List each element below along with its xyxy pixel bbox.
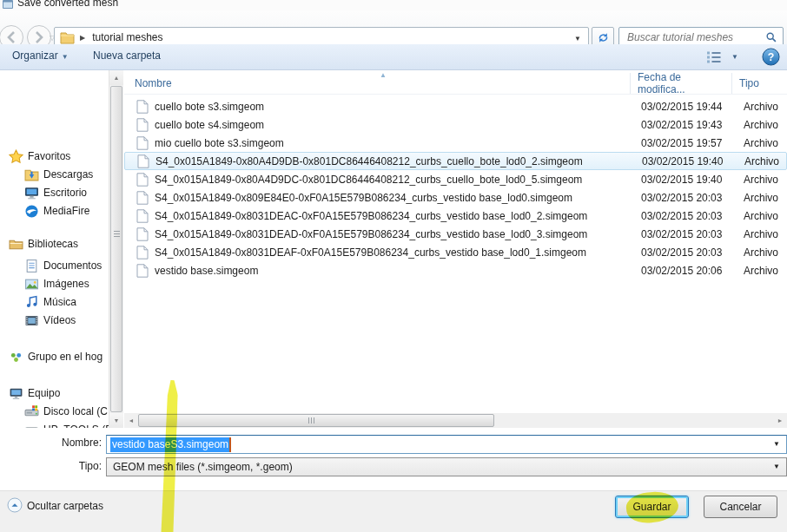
file-fields: Nombre: vestido baseS3.simgeom ▼ Tipo: G… bbox=[0, 428, 787, 490]
file-row[interactable]: S4_0x015A1849-0x8031DEAC-0xF0A15E579B086… bbox=[124, 207, 787, 225]
sidebar-group-equipo[interactable]: Equipo bbox=[9, 384, 117, 402]
file-icon bbox=[136, 227, 149, 241]
hard-drive-icon bbox=[24, 404, 39, 419]
window-title: Save converted mesh bbox=[17, 0, 118, 9]
sidebar-item-escritorio[interactable]: Escritorio bbox=[24, 184, 111, 201]
file-row-selected[interactable]: S4_0x015A1849-0x80A4D9DB-0x801DC86446408… bbox=[124, 152, 787, 170]
sidebar-group-bibliotecas[interactable]: Bibliotecas bbox=[9, 235, 117, 253]
title-bar: Save converted mesh bbox=[0, 0, 787, 10]
star-icon bbox=[9, 149, 23, 164]
search-icon[interactable] bbox=[765, 31, 777, 43]
filename-dropdown-icon[interactable]: ▼ bbox=[773, 440, 780, 448]
help-icon[interactable]: ? bbox=[762, 48, 780, 66]
scroll-down-icon[interactable]: ▼ bbox=[109, 413, 123, 428]
column-header-fecha[interactable]: Fecha de modifica... bbox=[631, 73, 732, 94]
sidebar-scrollbar-thumb[interactable] bbox=[110, 86, 122, 412]
save-button[interactable]: Guardar bbox=[615, 496, 689, 518]
filename-label: Nombre: bbox=[0, 437, 102, 449]
file-row[interactable]: cuello bote s3.simgeom03/02/2015 19:44Ar… bbox=[124, 97, 787, 115]
file-icon bbox=[136, 100, 149, 114]
filetype-value: GEOM mesh files (*.simgeom, *.geom) bbox=[113, 461, 293, 473]
filetype-label: Tipo: bbox=[0, 460, 102, 472]
file-icon bbox=[136, 173, 149, 187]
sidebar-item-videos[interactable]: Vídeos bbox=[24, 312, 111, 329]
homegroup-icon bbox=[9, 350, 23, 365]
file-icon bbox=[137, 154, 149, 168]
filename-input[interactable]: vestido baseS3.simgeom ▼ bbox=[106, 435, 787, 454]
address-dropdown-icon[interactable]: ▼ bbox=[574, 35, 581, 43]
file-icon bbox=[136, 136, 149, 150]
file-row[interactable]: cuello bote s4.simgeom03/02/2015 19:43Ar… bbox=[124, 115, 787, 134]
file-row[interactable]: S4_0x015A1849-0x8031DEAF-0xF0A15E579B086… bbox=[124, 243, 787, 261]
folder-icon bbox=[60, 31, 75, 44]
column-header-tipo[interactable]: Tipo bbox=[732, 73, 787, 94]
svg-text:?: ? bbox=[768, 51, 775, 63]
scrollbar-grip bbox=[114, 231, 120, 239]
mediafire-icon bbox=[24, 204, 39, 219]
column-headers: Nombre Fecha de modifica... Tipo bbox=[124, 73, 787, 95]
filetype-dropdown-icon[interactable]: ▼ bbox=[773, 463, 780, 470]
hide-folders-button[interactable]: Ocultar carpetas bbox=[27, 500, 103, 512]
scrollbar-grip bbox=[308, 417, 316, 424]
refresh-icon bbox=[597, 31, 610, 44]
save-dialog: Save converted mesh ▽ ▶ tutorial meshes … bbox=[0, 0, 787, 532]
sidebar-item-disco-local-c[interactable]: Disco local (C:) bbox=[24, 403, 111, 420]
pictures-icon bbox=[24, 277, 39, 292]
filetype-select[interactable]: GEOM mesh files (*.simgeom, *.geom) ▼ bbox=[106, 457, 787, 476]
file-icon bbox=[136, 264, 149, 278]
sidebar-group-favoritos[interactable]: Favoritos bbox=[9, 148, 117, 165]
file-row[interactable]: S4_0x015A1849-0x809E84E0-0xF0A15E579B086… bbox=[124, 188, 787, 207]
breadcrumb-arrow-icon[interactable]: ▶ bbox=[80, 34, 85, 42]
file-row[interactable]: mio cuello bote s3.simgeom03/02/2015 19:… bbox=[124, 134, 787, 152]
sidebar-item-descargas[interactable]: Descargas bbox=[24, 166, 111, 183]
file-list: cuello bote s3.simgeom03/02/2015 19:44Ar… bbox=[124, 97, 787, 279]
navigation-bar: ▽ ▶ tutorial meshes ▼ bbox=[0, 10, 787, 44]
document-icon bbox=[24, 259, 39, 273]
sidebar-item-documentos[interactable]: Documentos bbox=[24, 257, 111, 274]
scroll-up-icon[interactable]: ▲ bbox=[109, 70, 123, 85]
file-icon bbox=[136, 191, 149, 205]
computer-icon bbox=[9, 386, 23, 401]
file-icon bbox=[136, 118, 149, 132]
sort-ascending-icon: ▲ bbox=[380, 71, 387, 79]
window-icon bbox=[3, 0, 13, 9]
libraries-icon bbox=[9, 237, 23, 252]
scroll-right-icon[interactable]: ► bbox=[773, 413, 787, 428]
column-header-nombre[interactable]: Nombre bbox=[124, 73, 631, 94]
desktop-icon bbox=[24, 186, 39, 200]
sidebar-item-mediafire[interactable]: MediaFire bbox=[24, 202, 111, 220]
music-icon bbox=[24, 295, 39, 310]
breadcrumb-folder[interactable]: tutorial meshes bbox=[92, 31, 162, 43]
new-folder-button[interactable]: Nueva carpeta bbox=[93, 49, 161, 62]
sidebar-item-imagenes[interactable]: Imágenes bbox=[24, 275, 111, 292]
videos-icon bbox=[24, 313, 39, 328]
sidebar-item-musica[interactable]: Música bbox=[24, 293, 111, 311]
organize-button[interactable]: Organizar▼ bbox=[12, 49, 69, 62]
downloads-folder-icon bbox=[24, 167, 39, 182]
sidebar-group-grupo-hogar[interactable]: Grupo en el hog bbox=[9, 348, 117, 365]
search-input[interactable] bbox=[625, 30, 765, 44]
views-dropdown-icon[interactable]: ▼ bbox=[731, 53, 738, 61]
file-row[interactable]: S4_0x015A1849-0x80A4D9DC-0x801DC86446408… bbox=[124, 170, 787, 188]
file-row[interactable]: S4_0x015A1849-0x8031DEAD-0xF0A15E579B086… bbox=[124, 225, 787, 243]
scroll-left-icon[interactable]: ◄ bbox=[124, 413, 138, 428]
file-icon bbox=[136, 209, 149, 223]
cancel-button[interactable]: Cancelar bbox=[704, 496, 777, 518]
horizontal-scrollbar-thumb[interactable] bbox=[138, 414, 494, 427]
filename-value: vestido baseS3.simgeom bbox=[110, 437, 231, 452]
chevron-down-icon: ▼ bbox=[62, 53, 69, 61]
hide-folders-chevron-icon[interactable] bbox=[7, 497, 23, 513]
file-row[interactable]: vestido base.simgeom03/02/2015 20:06Arch… bbox=[124, 261, 787, 279]
change-view-icon[interactable] bbox=[706, 50, 722, 64]
file-icon bbox=[136, 246, 149, 259]
